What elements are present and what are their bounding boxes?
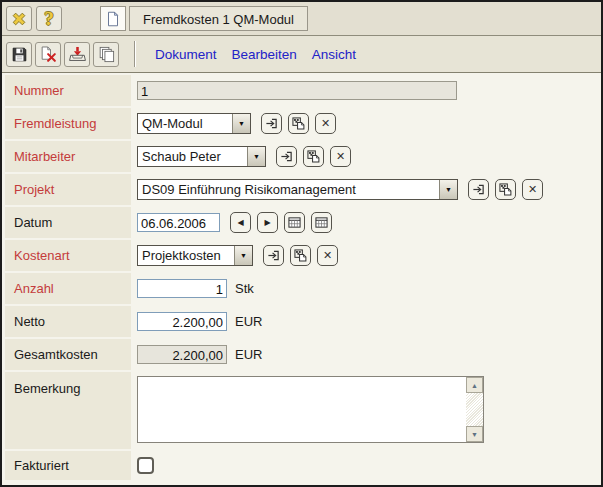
- pick-icon: [294, 249, 307, 262]
- clear-icon: ✕: [323, 250, 332, 261]
- fremdleistung-label: Fremdleistung: [5, 108, 131, 139]
- fremdleistung-goto-button[interactable]: [261, 113, 282, 134]
- menu-ansicht[interactable]: Ansicht: [312, 47, 356, 62]
- calendar-icon: [288, 216, 301, 229]
- kostenart-clear-button[interactable]: ✕: [317, 245, 338, 266]
- kostenart-selected-value: Projektkosten: [138, 246, 234, 265]
- pick-icon: [307, 150, 320, 163]
- toolbar: Dokument Bearbeiten Ansicht: [2, 36, 601, 73]
- dropdown-arrow-icon[interactable]: ▼: [247, 147, 265, 166]
- form-row-mitarbeiter: Mitarbeiter Schaub Peter ▼ ✕: [5, 141, 601, 174]
- calendar-icon: [315, 216, 328, 229]
- document-tab[interactable]: Fremdkosten 1 QM-Modul: [129, 6, 308, 31]
- form-row-projekt: Projekt DS09 Einführung Risikomanagement…: [5, 174, 601, 207]
- netto-input[interactable]: [137, 312, 227, 331]
- fremdleistung-pick-button[interactable]: [288, 113, 309, 134]
- save-icon: [10, 45, 29, 64]
- datum-next-day-button[interactable]: ▶: [257, 212, 278, 233]
- pick-icon: [292, 117, 305, 130]
- datum-prev-day-button[interactable]: ◀: [230, 212, 251, 233]
- form-row-netto: Netto EUR: [5, 306, 601, 339]
- document-button[interactable]: [100, 6, 126, 31]
- nummer-input[interactable]: [137, 81, 457, 100]
- copy-icon: [97, 45, 116, 64]
- import-button[interactable]: [64, 42, 90, 67]
- import-tray-icon: [68, 45, 87, 64]
- fremdleistung-clear-button[interactable]: ✕: [315, 113, 336, 134]
- mitarbeiter-pick-button[interactable]: [303, 146, 324, 167]
- form-row-gesamtkosten: Gesamtkosten EUR: [5, 339, 601, 372]
- fakturiert-checkbox[interactable]: [137, 457, 154, 474]
- datum-input[interactable]: [137, 213, 220, 232]
- copy-button[interactable]: [93, 42, 119, 67]
- clear-icon: ✕: [336, 151, 345, 162]
- fremdleistung-select[interactable]: QM-Modul ▼: [137, 113, 251, 134]
- projekt-clear-button[interactable]: ✕: [522, 179, 543, 200]
- form-row-kostenart: Kostenart Projektkosten ▼ ✕: [5, 240, 601, 273]
- mitarbeiter-label: Mitarbeiter: [5, 141, 131, 172]
- fremdleistung-selected-value: QM-Modul: [138, 114, 232, 133]
- form-row-datum: Datum ◀ ▶: [5, 207, 601, 240]
- form-row-nummer: Nummer: [5, 75, 601, 108]
- help-icon: ?: [44, 9, 54, 28]
- datum-calendar-button[interactable]: [284, 212, 305, 233]
- mitarbeiter-selected-value: Schaub Peter: [138, 147, 247, 166]
- projekt-selected-value: DS09 Einführung Risikomanagement: [138, 180, 439, 199]
- dropdown-arrow-icon[interactable]: ▼: [232, 114, 250, 133]
- nummer-label: Nummer: [5, 75, 131, 106]
- bemerkung-scrollbar[interactable]: ▲ ▼: [466, 377, 483, 442]
- bemerkung-label: Bemerkung: [5, 372, 131, 449]
- save-button[interactable]: [6, 42, 32, 67]
- form-row-anzahl: Anzahl Stk: [5, 273, 601, 306]
- goto-icon: [265, 117, 278, 130]
- projekt-pick-button[interactable]: [495, 179, 516, 200]
- clear-icon: ✕: [321, 118, 330, 129]
- form-row-fremdleistung: Fremdleistung QM-Modul ▼ ✕: [5, 108, 601, 141]
- gesamtkosten-label: Gesamtkosten: [5, 339, 131, 370]
- kostenart-pick-button[interactable]: [290, 245, 311, 266]
- anzahl-label: Anzahl: [5, 273, 131, 304]
- kostenart-goto-button[interactable]: [263, 245, 284, 266]
- menu-dokument[interactable]: Dokument: [155, 47, 217, 62]
- toolbar-separator: [134, 41, 136, 67]
- gesamtkosten-input[interactable]: [137, 345, 227, 364]
- scroll-up-icon: ▲: [471, 382, 478, 389]
- dropdown-arrow-icon[interactable]: ▼: [234, 246, 252, 265]
- form-row-bemerkung: Bemerkung ▲ ▼: [5, 372, 601, 451]
- scrollbar-track[interactable]: [466, 393, 483, 426]
- goto-icon: [280, 150, 293, 163]
- projekt-goto-button[interactable]: [468, 179, 489, 200]
- mitarbeiter-select[interactable]: Schaub Peter ▼: [137, 146, 266, 167]
- anzahl-input[interactable]: [137, 279, 227, 298]
- kostenart-select[interactable]: Projektkosten ▼: [137, 245, 253, 266]
- dropdown-arrow-icon[interactable]: ▼: [439, 180, 457, 199]
- fremdkosten-form: Nummer Fremdleistung QM-Modul ▼ ✕: [2, 73, 601, 485]
- datum-label: Datum: [5, 207, 131, 238]
- mitarbeiter-goto-button[interactable]: [276, 146, 297, 167]
- delete-document-button[interactable]: [35, 42, 61, 67]
- form-row-fakturiert: Fakturiert: [5, 451, 601, 482]
- anzahl-unit: Stk: [235, 281, 254, 296]
- next-icon: ▶: [264, 219, 270, 227]
- pick-icon: [499, 183, 512, 196]
- goto-icon: [267, 249, 280, 262]
- menu-bearbeiten[interactable]: Bearbeiten: [232, 47, 297, 62]
- gesamtkosten-unit: EUR: [235, 347, 262, 362]
- titlebar: ? Fremdkosten 1 QM-Modul: [2, 2, 601, 36]
- scroll-down-button[interactable]: ▼: [466, 426, 483, 442]
- help-button[interactable]: ?: [36, 6, 62, 31]
- menubar: Dokument Bearbeiten Ansicht: [155, 47, 356, 62]
- datum-calendar-alt-button[interactable]: [311, 212, 332, 233]
- projekt-select[interactable]: DS09 Einführung Risikomanagement ▼: [137, 179, 458, 200]
- document-icon: [104, 10, 122, 28]
- bemerkung-textarea[interactable]: [138, 377, 466, 442]
- netto-label: Netto: [5, 306, 131, 337]
- close-icon: [9, 9, 29, 29]
- delete-document-icon: [39, 45, 58, 64]
- fakturiert-label: Fakturiert: [5, 451, 131, 480]
- scroll-down-icon: ▼: [471, 431, 478, 438]
- mitarbeiter-clear-button[interactable]: ✕: [330, 146, 351, 167]
- close-button[interactable]: [6, 6, 32, 31]
- scroll-up-button[interactable]: ▲: [466, 377, 483, 393]
- goto-icon: [472, 183, 485, 196]
